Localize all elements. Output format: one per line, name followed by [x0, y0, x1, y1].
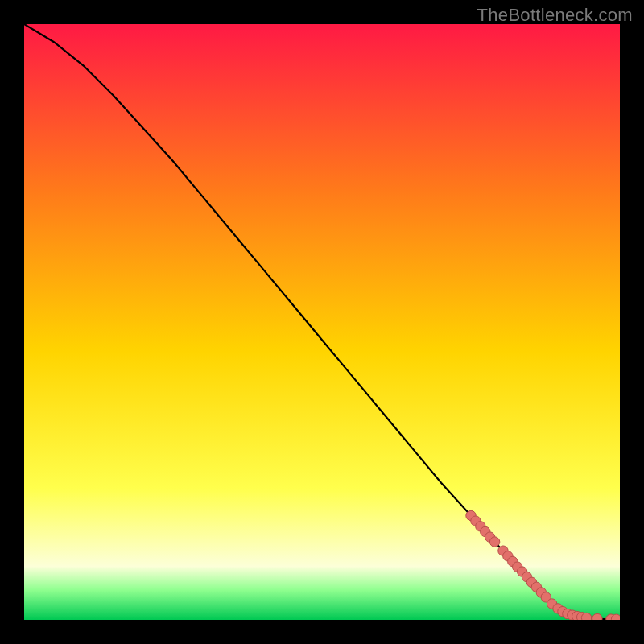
plot-area — [24, 24, 620, 620]
data-marker — [489, 537, 499, 547]
watermark-text: TheBottleneck.com — [477, 5, 633, 26]
chart-container: TheBottleneck.com — [0, 0, 644, 644]
chart-svg — [24, 24, 620, 620]
data-marker — [592, 613, 602, 620]
gradient-background — [24, 24, 620, 620]
data-marker — [581, 613, 591, 620]
